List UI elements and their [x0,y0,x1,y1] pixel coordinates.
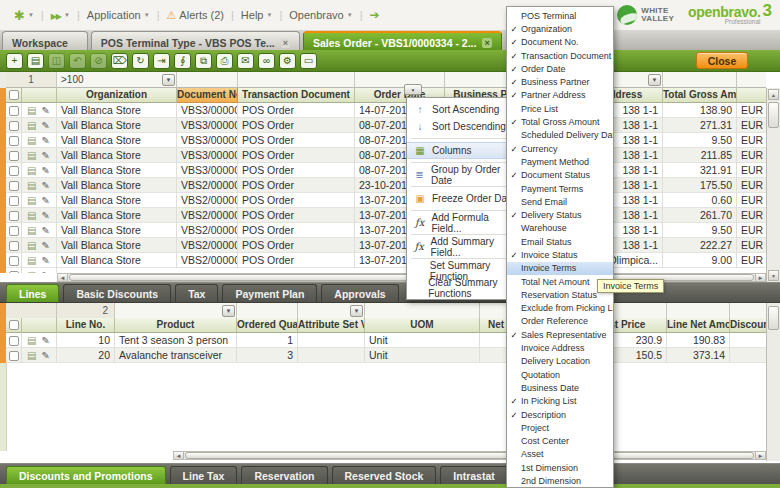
child-tab[interactable]: Lines [6,284,59,302]
submenu-item[interactable]: ✓ Partner Address [507,89,613,102]
filter-order-date[interactable] [355,72,445,88]
table-row[interactable]: Vall Blanca Store VBS2/0000021 POS Order… [0,193,766,208]
submenu-item[interactable]: 1st Dimension [507,461,613,474]
open-record-icon[interactable] [27,133,36,148]
submenu-item[interactable]: Scheduled Delivery Date [507,129,613,142]
submenu-item[interactable]: Payment Terms [507,182,613,195]
table-row[interactable]: Vall Blanca Store VBS2/0000017 POS Order… [0,208,766,223]
bottom-tab[interactable]: Reserved Stock [332,466,437,484]
save-icon[interactable]: ◫ [48,53,65,69]
column-menu-button[interactable]: ▼ [404,84,422,95]
submenu-item[interactable]: Project [507,421,613,434]
close-tab-icon[interactable]: × [482,38,491,48]
table-row[interactable]: Vall Blanca Store VBS2/0000022 POS Order… [0,178,766,193]
user-menu[interactable]: Openbravo▼ [289,9,352,21]
help-menu[interactable]: Help▼ [241,9,273,21]
child-tab[interactable]: Payment Plan [222,284,317,302]
table-row[interactable]: Vall Blanca Store VBS3/0000001 POS Order… [0,163,766,178]
table-row[interactable]: Vall Blanca Store VBS2/0000014 POS Order… [0,238,766,253]
submenu-item[interactable]: Send Email [507,195,613,208]
submenu-item[interactable]: ✓ Order Date [507,62,613,75]
submenu-item[interactable]: Email Status [507,235,613,248]
undo-icon[interactable]: ↶ [69,53,86,69]
child-tab[interactable]: Basic Discounts [63,284,171,302]
column-header-product[interactable]: Product [115,318,237,333]
row-checkbox[interactable] [6,333,22,348]
bottom-tab[interactable]: Reservation [241,466,327,484]
row-checkbox[interactable] [6,118,22,133]
submenu-item[interactable]: Payment Method [507,155,613,168]
open-record-icon[interactable] [27,193,36,208]
filter-organization[interactable]: >100▼ [57,72,177,88]
bottom-tab[interactable]: Intrastat [440,466,507,484]
open-record-icon[interactable] [27,118,36,133]
row-checkbox[interactable] [6,223,22,238]
edit-icon[interactable] [41,253,49,268]
attachment-icon[interactable]: ∮ [174,53,191,69]
open-record-icon[interactable] [27,103,36,118]
column-header-document-no[interactable]: Document No. [177,88,238,103]
main-tab[interactable]: Sales Order - VBS1/0000334 - 2... × [303,31,502,50]
column-header-organization[interactable]: Organization [57,88,177,103]
row-checkbox[interactable] [6,178,22,193]
card-view-icon[interactable]: ▭ [300,53,317,69]
close-button[interactable]: Close [696,52,748,69]
submenu-item[interactable]: ✓ In Picking List [507,395,613,408]
favorites-menu[interactable]: ▼ [14,8,34,23]
submenu-item[interactable]: Business Date [507,381,613,394]
table-row[interactable]: Vall Blanca Store VBS3/0000003 POS Order… [0,148,766,163]
select-all-checkbox[interactable] [6,88,22,103]
submenu-item[interactable]: Price List [507,102,613,115]
submenu-item[interactable]: ✓ Description [507,408,613,421]
bottom-tab[interactable]: Line Tax [170,466,238,484]
edit-icon[interactable] [41,348,49,363]
column-header-discount[interactable]: Discount [730,318,766,333]
column-header-ordered-quantity[interactable]: Ordered Quantity [237,318,298,333]
submenu-item[interactable]: Order Reference [507,315,613,328]
edit-icon[interactable] [41,223,49,238]
row-checkbox[interactable] [6,148,22,163]
column-header-uom[interactable]: UOM [365,318,480,333]
lines-select-all-checkbox[interactable] [6,318,22,333]
open-record-icon[interactable] [27,238,36,253]
filter-currency[interactable] [737,72,766,88]
column-header-total-gross-amount[interactable]: Total Gross Amount [663,88,737,103]
scroll-right-icon[interactable]: ► [755,274,765,281]
main-tab[interactable]: Workspace [2,31,88,50]
scroll-left-icon[interactable]: ◄ [174,452,184,459]
submenu-item[interactable]: ✓ Invoice Status [507,248,613,261]
open-record-icon[interactable] [27,148,36,163]
child-tab[interactable]: Approvals [321,284,398,302]
open-record-icon[interactable] [27,333,36,348]
application-menu[interactable]: Application▼ [87,9,150,21]
submenu-item[interactable]: Cost Center [507,435,613,448]
edit-icon[interactable] [41,193,49,208]
submenu-item[interactable]: ✓ Currency [507,142,613,155]
lines-h-scrollbar[interactable]: ◄ ► [173,451,766,460]
recent-views-menu[interactable]: ▼ [51,9,70,21]
lines-v-scrollbar[interactable] [766,303,780,461]
scroll-right-icon[interactable]: ► [755,452,765,459]
open-record-icon[interactable] [27,208,36,223]
row-checkbox[interactable] [6,208,22,223]
grid-view-icon[interactable]: ▤ [27,53,44,69]
submenu-item[interactable]: Invoice Terms [507,262,613,275]
row-checkbox[interactable] [6,238,22,253]
filter-product[interactable]: ▼ [115,303,237,319]
main-tab[interactable]: POS Terminal Type - VBS POS Te... × [91,31,300,50]
logout-button[interactable] [370,8,380,22]
column-header-line-no[interactable]: Line No. [57,318,115,333]
scroll-down-icon[interactable]: ▼ [768,270,779,281]
filter-dropdown-icon[interactable]: ▼ [350,305,363,317]
grid-v-scrollbar[interactable]: ▲ ▼ [766,88,780,282]
scroll-left-icon[interactable]: ◄ [58,274,68,281]
child-tab[interactable]: Tax [175,284,218,302]
table-row[interactable]: Vall Blanca Store VBS3/0000007 POS Order… [0,103,766,118]
submenu-item[interactable]: ✓ Organization [507,22,613,35]
table-row[interactable]: 10 Tent 3 season 3 person 1 Unit 230.9 1… [0,333,766,348]
table-row[interactable]: 20 Avalanche transceiver 3 Unit 150.5 37… [0,348,766,363]
column-header-transaction-document[interactable]: Transaction Document [238,88,355,103]
submenu-item[interactable]: ✓ Document Status [507,169,613,182]
open-record-icon[interactable] [27,178,36,193]
submenu-item[interactable]: 2nd Dimension [507,474,613,487]
